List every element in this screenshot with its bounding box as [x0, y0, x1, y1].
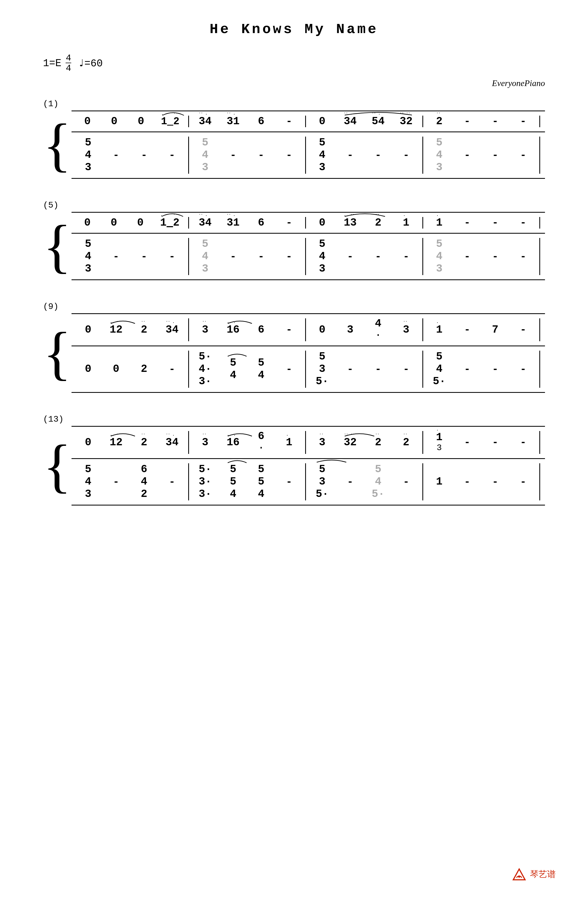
- svg-point-1: [518, 876, 520, 878]
- bass-m3: 5 4 3 - - -: [308, 137, 420, 174]
- note-31: ··3·1: [226, 116, 240, 127]
- m2-1: 0 0 0 ·1 ··2: [74, 218, 186, 228]
- bass-1: 5 4 3 - - -: [71, 131, 545, 179]
- bass-m1: 5 4 3 - - -: [74, 137, 186, 174]
- bass-notes-2: 543 - - - 543 - -: [71, 238, 545, 275]
- logo-text: 琴艺谱: [530, 869, 556, 880]
- bd9: -: [400, 150, 413, 161]
- bass-bl-3: [422, 137, 423, 174]
- bd2: -: [138, 150, 151, 161]
- system-1: (1) { 0 0 0: [43, 99, 545, 179]
- note-3454: ··3·4: [343, 116, 357, 127]
- grand-staff-4: { 0 ·1··2: [43, 426, 545, 506]
- note-0d: 0: [315, 116, 329, 127]
- bass-notes-1: 5 4 3 - - -: [71, 137, 545, 174]
- note-da3: -: [517, 115, 530, 127]
- note-32: ··3··2: [400, 116, 413, 127]
- bass-bl-1: [188, 137, 189, 174]
- note-0c: 0: [134, 116, 148, 127]
- key-label: 1=E: [43, 57, 61, 69]
- grand-staff-2: { 0 0 0 ·1 ··2: [43, 212, 545, 280]
- bd12: -: [517, 150, 530, 161]
- treble-notes-1: 0 0 0 ·1 ··: [71, 115, 545, 127]
- grand-staff-3: { 0 ·1··2: [43, 313, 545, 393]
- bpm-label: ♩=60: [78, 57, 103, 70]
- note-34: ··3·4: [198, 116, 212, 127]
- note-0b: 0: [107, 116, 121, 127]
- note-dash1: -: [282, 115, 296, 127]
- m2-4: ·1 - - -: [425, 217, 537, 229]
- bd5: -: [254, 150, 268, 161]
- bd4: -: [226, 150, 240, 161]
- time-sig: 4 4: [66, 54, 71, 73]
- bd1: -: [109, 150, 123, 161]
- brace-1: {: [43, 111, 71, 179]
- system-number-4: (13): [43, 414, 545, 424]
- measure-1-4: ··2 - - -: [425, 115, 537, 127]
- m2-3: 0 ·1··3 ··2: [308, 218, 420, 228]
- brace-4: {: [43, 426, 71, 506]
- system-number-2: (5): [43, 200, 545, 210]
- note-5dot4: ··5·4: [371, 116, 385, 127]
- bd3: -: [165, 150, 179, 161]
- note-2dot: ··2: [433, 116, 446, 127]
- measure-1-3: 0 ··3·4 ··5·4: [308, 116, 420, 127]
- barline-3: [422, 115, 423, 127]
- page: He Knows My Name 1=E 4 4 ♩=60 EveryonePi…: [0, 0, 588, 904]
- treble-2: 0 0 0 ·1 ··2: [71, 212, 545, 233]
- barline-end-1: [539, 115, 540, 127]
- bass-m4: 5 4 3 - - -: [425, 137, 537, 174]
- bass-chord-4: 5 4 3: [433, 137, 446, 174]
- bass-chord-2: 5 4 3: [198, 137, 212, 174]
- bass-bl-2: [305, 137, 306, 174]
- note-12: ·1 ··2: [161, 117, 179, 126]
- svg-marker-0: [513, 869, 525, 880]
- brace-3: {: [43, 313, 71, 393]
- n2-0: 0: [81, 218, 94, 228]
- bd10: -: [460, 150, 474, 161]
- bd7: -: [343, 150, 357, 161]
- staff-lines-1: 0 0 0 ·1 ··: [71, 111, 545, 179]
- treble-1: 0 0 0 ·1 ··: [71, 111, 545, 131]
- n2-0b: 0: [107, 218, 120, 228]
- system-number-3: (9): [43, 302, 545, 311]
- treble-3: 0 ·1··2 ··2: [71, 313, 545, 346]
- logo-icon: [511, 866, 527, 882]
- staff-lines-3: 0 ·1··2 ··2: [71, 313, 545, 393]
- note-da1: -: [460, 115, 474, 127]
- n2-12: ·1 ··2: [160, 218, 180, 228]
- measure-1-2: ··3·4 ··3·1 6 -: [191, 115, 303, 127]
- bass-bl-end: [539, 137, 540, 174]
- logo-area: 琴艺谱: [511, 866, 556, 882]
- n2-0c: 0: [134, 218, 147, 228]
- bass-4: 5 4 3 - 6 4 2: [71, 458, 545, 506]
- page-title: He Knows My Name: [43, 22, 545, 37]
- system-number-1: (1): [43, 99, 545, 109]
- m2-2: ··3·4 ··3·1 6 -: [191, 217, 303, 229]
- bass-chord-3: 5 4 3: [315, 137, 329, 174]
- barline-2: [305, 115, 306, 127]
- treble-notes-2: 0 0 0 ·1 ··2: [71, 217, 545, 229]
- bass-chord-1: 5 4 3: [81, 137, 95, 174]
- bd6: -: [282, 150, 296, 161]
- bd11: -: [488, 150, 502, 161]
- note-6: 6: [254, 116, 268, 127]
- bass-2: 543 - - - 543 - -: [71, 233, 545, 280]
- measure-1-1: 0 0 0 ·1 ··: [74, 116, 186, 127]
- system-2: (5) { 0 0 0 ·1: [43, 200, 545, 280]
- staff-lines-4: 0 ·1··2 ··2: [71, 426, 545, 506]
- treble-4: 0 ·1··2 ··2: [71, 426, 545, 458]
- bd8: -: [371, 150, 385, 161]
- system-4: (13) { 0 ·1··2: [43, 414, 545, 506]
- note-0: 0: [81, 116, 94, 127]
- staff-lines-2: 0 0 0 ·1 ··2: [71, 212, 545, 280]
- barline-1: [188, 115, 189, 127]
- tempo-line: 1=E 4 4 ♩=60: [43, 54, 545, 73]
- note-da2: -: [488, 115, 502, 127]
- grand-staff-1: { 0 0 0: [43, 111, 545, 179]
- bass-m2: 5 4 3 - - -: [191, 137, 303, 174]
- system-3: (9) { 0 ·1··2: [43, 302, 545, 393]
- attribution: EveryonePiano: [43, 78, 545, 88]
- brace-2: {: [43, 212, 71, 280]
- bass-3: 0 0 2 - 5· 4· 3·: [71, 346, 545, 393]
